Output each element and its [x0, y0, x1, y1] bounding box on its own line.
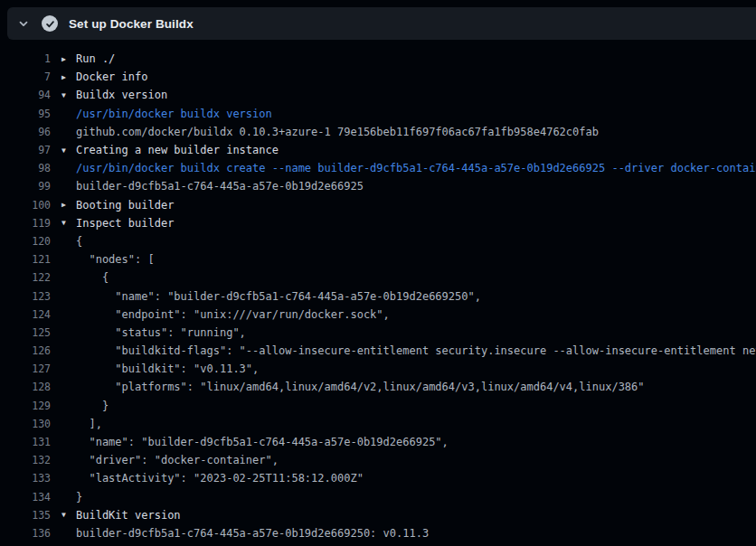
log-body: 1▶Run ./7▶Docker info94▼Buildx version95… [0, 40, 756, 542]
line-text: Creating a new builder instance [76, 144, 279, 156]
step-header[interactable]: Set up Docker Buildx [7, 7, 756, 40]
log-line: 98/usr/bin/docker buildx create --name b… [0, 159, 756, 177]
log-line: 94▼Buildx version [0, 86, 756, 104]
group-expanded-icon[interactable]: ▼ [61, 511, 76, 519]
line-text: { [76, 271, 109, 284]
line-number[interactable]: 127 [0, 362, 51, 375]
line-text: } [76, 400, 109, 412]
group-expanded-icon[interactable]: ▼ [61, 146, 76, 155]
log-line: 124 "endpoint": "unix:///var/run/docker.… [0, 306, 756, 324]
line-number[interactable]: 129 [0, 400, 51, 412]
log-line: 136builder-d9cfb5a1-c764-445a-a57e-0b19d… [0, 524, 756, 542]
line-text: Run ./ [76, 52, 115, 65]
line-number[interactable]: 96 [0, 126, 51, 138]
line-number[interactable]: 95 [0, 108, 51, 120]
line-text: BuildKit version [76, 509, 181, 522]
group-expanded-icon[interactable]: ▼ [61, 219, 76, 227]
line-number[interactable]: 94 [0, 89, 51, 101]
line-text: builder-d9cfb5a1-c764-445a-a57e-0b19d2e6… [76, 527, 429, 540]
line-number[interactable]: 123 [0, 290, 51, 303]
check-circle-icon [42, 15, 58, 32]
line-number[interactable]: 124 [0, 308, 51, 321]
log-line: 121 "nodes": [ [0, 250, 756, 268]
line-number[interactable]: 134 [0, 491, 51, 504]
line-number[interactable]: 128 [0, 381, 51, 393]
line-number[interactable]: 98 [0, 162, 51, 174]
log-line: 119▼Inspect builder [0, 214, 756, 232]
chevron-down-icon[interactable] [16, 16, 31, 31]
line-number[interactable]: 133 [0, 472, 51, 485]
log-line: 7▶Docker info [0, 68, 756, 86]
log-line: 133 "lastActivity": "2023-02-25T11:58:12… [0, 469, 756, 487]
line-text: ], [76, 418, 102, 430]
log-line: 97▼Creating a new builder instance [0, 141, 756, 159]
log-line: 95/usr/bin/docker buildx version [0, 105, 756, 123]
line-text: "status": "running", [76, 326, 246, 339]
line-text: "buildkitd-flags": "--allow-insecure-ent… [76, 344, 756, 357]
line-number[interactable]: 120 [0, 235, 51, 248]
line-text: "name": "builder-d9cfb5a1-c764-445a-a57e… [76, 436, 449, 448]
line-number[interactable]: 97 [0, 144, 51, 156]
line-number[interactable]: 132 [0, 454, 51, 466]
log-line: 134} [0, 488, 756, 506]
line-text: builder-d9cfb5a1-c764-445a-a57e-0b19d2e6… [76, 180, 364, 193]
line-number[interactable]: 131 [0, 436, 51, 448]
line-text: github.com/docker/buildx 0.10.3+azure-1 … [76, 126, 599, 138]
line-text: "lastActivity": "2023-02-25T11:58:12.000… [76, 472, 364, 485]
line-text: Docker info [76, 71, 147, 83]
line-number[interactable]: 99 [0, 180, 51, 193]
log-line: 131 "name": "builder-d9cfb5a1-c764-445a-… [0, 433, 756, 451]
line-number[interactable]: 135 [0, 509, 51, 522]
log-line: 123 "name": "builder-d9cfb5a1-c764-445a-… [0, 287, 756, 305]
line-number[interactable]: 119 [0, 217, 51, 230]
line-number[interactable]: 136 [0, 527, 51, 540]
line-number[interactable]: 126 [0, 344, 51, 357]
line-text: "buildkit": "v0.11.3", [76, 362, 259, 375]
log-line: 129 } [0, 397, 756, 415]
step-title: Set up Docker Buildx [69, 17, 194, 31]
log-line: 126 "buildkitd-flags": "--allow-insecure… [0, 342, 756, 360]
log-line: 1▶Run ./ [0, 50, 756, 68]
group-collapsed-icon[interactable]: ▶ [61, 55, 76, 63]
log-line: 130 ], [0, 415, 756, 433]
line-number[interactable]: 130 [0, 418, 51, 430]
line-number[interactable]: 7 [0, 71, 51, 83]
line-number[interactable]: 1 [0, 52, 51, 65]
line-text: /usr/bin/docker buildx create --name bui… [76, 162, 756, 174]
group-collapsed-icon[interactable]: ▶ [61, 201, 76, 209]
log-line: 99builder-d9cfb5a1-c764-445a-a57e-0b19d2… [0, 177, 756, 195]
log-line: 120{ [0, 232, 756, 250]
group-expanded-icon[interactable]: ▼ [61, 91, 76, 99]
line-text: "driver": "docker-container", [76, 454, 279, 466]
line-number[interactable]: 125 [0, 326, 51, 339]
log-line: 128 "platforms": "linux/amd64,linux/amd6… [0, 378, 756, 396]
line-number[interactable]: 122 [0, 271, 51, 284]
line-text: "name": "builder-d9cfb5a1-c764-445a-a57e… [76, 290, 481, 303]
line-number[interactable]: 100 [0, 199, 51, 212]
log-line: 100▶Booting builder [0, 196, 756, 214]
log-line: 125 "status": "running", [0, 324, 756, 342]
log-line: 122 { [0, 268, 756, 287]
log-line: 127 "buildkit": "v0.11.3", [0, 360, 756, 378]
line-text: "nodes": [ [76, 253, 155, 266]
line-text: Buildx version [76, 89, 167, 101]
line-text: { [76, 235, 82, 248]
line-text: /usr/bin/docker buildx version [76, 108, 272, 120]
line-text: "endpoint": "unix:///var/run/docker.sock… [76, 308, 390, 321]
log-line: 96github.com/docker/buildx 0.10.3+azure-… [0, 123, 756, 141]
line-text: } [76, 491, 82, 504]
line-text: Inspect builder [76, 217, 174, 230]
line-number[interactable]: 121 [0, 253, 51, 266]
log-line: 132 "driver": "docker-container", [0, 451, 756, 469]
log-line: 135▼BuildKit version [0, 506, 756, 524]
line-text: Booting builder [76, 199, 174, 212]
group-collapsed-icon[interactable]: ▶ [61, 73, 76, 81]
line-text: "platforms": "linux/amd64,linux/amd64/v2… [76, 381, 645, 393]
